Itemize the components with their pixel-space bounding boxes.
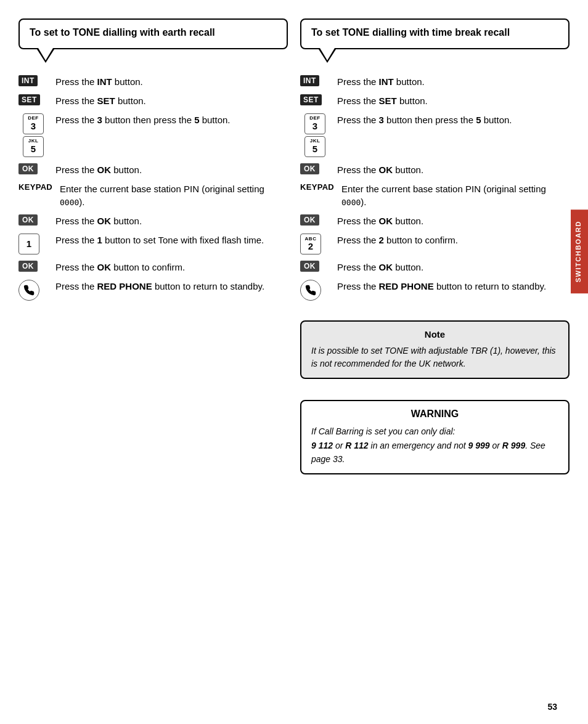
right-step-1: INT Press the INT button. xyxy=(300,75,570,88)
left-step-4-text: Press the OK button. xyxy=(55,163,288,176)
right-step-4-text: Press the OK button. xyxy=(337,163,570,176)
keypad-right: KEYPAD xyxy=(300,182,334,192)
right-step-7: ABC 2 Press the 2 button to confirm. xyxy=(300,234,570,254)
warning-text: If Call Barring is set you can only dial… xyxy=(311,425,558,466)
left-step-3-text: Press the 3 button then press the 5 butt… xyxy=(55,113,288,126)
right-steps: INT Press the INT button. SET Press the … xyxy=(300,75,570,301)
left-step-6-text: Press the OK button. xyxy=(55,214,288,227)
right-step-5-text: Enter the current base station PIN (orig… xyxy=(341,182,570,208)
ok-icon-right-1: OK xyxy=(300,163,330,174)
ok-icon-left-3: OK xyxy=(18,261,48,272)
right-step-3: DEF 3 JKL 5 Press the 3 button then pres… xyxy=(300,113,570,157)
warning-box: WARNING If Call Barring is set you can o… xyxy=(300,400,570,474)
left-step-1: INT Press the INT button. xyxy=(18,75,288,88)
red-phone-svg-right xyxy=(305,285,316,296)
right-step-9: Press the RED PHONE button to return to … xyxy=(300,280,570,301)
right-step-8: OK Press the OK button. xyxy=(300,261,570,274)
left-callout: To set to TONE dialling with earth recal… xyxy=(18,18,288,49)
left-step-8-text: Press the OK button to confirm. xyxy=(55,261,288,274)
left-step-6: OK Press the OK button. xyxy=(18,214,288,227)
note-text: It is possible to set TONE with adjustab… xyxy=(311,344,558,370)
left-step-4: OK Press the OK button. xyxy=(18,163,288,176)
left-step-2-text: Press the SET button. xyxy=(55,94,288,107)
left-step-1-text: Press the INT button. xyxy=(55,75,288,88)
right-title-box: To set TONE dialling with time break rec… xyxy=(300,18,570,49)
right-step-8-text: Press the OK button. xyxy=(337,261,570,274)
note-box: Note It is possible to set TONE with adj… xyxy=(300,320,570,379)
right-step-2-text: Press the SET button. xyxy=(337,94,570,107)
set-icon-right: SET xyxy=(300,94,330,105)
left-step-5: KEYPAD Enter the current base station PI… xyxy=(18,182,288,208)
ok-icon-right-2: OK xyxy=(300,214,330,226)
sidebar-tab: SWITCHBOARD xyxy=(571,209,588,293)
left-title: To set to TONE dialling with earth recal… xyxy=(30,27,277,38)
key2-right: ABC 2 xyxy=(300,234,330,254)
right-step-1-text: Press the INT button. xyxy=(337,75,570,88)
right-step-2: SET Press the SET button. xyxy=(300,94,570,107)
left-step-9: Press the RED PHONE button to return to … xyxy=(18,280,288,301)
left-step-7: 1 Press the 1 button to set Tone with fi… xyxy=(18,234,288,254)
right-bottom-boxes: Note It is possible to set TONE with adj… xyxy=(300,306,570,486)
key1-left: 1 xyxy=(18,234,48,254)
left-step-3: DEF 3 JKL 5 Press the 3 button then pres… xyxy=(18,113,288,157)
right-step-4: OK Press the OK button. xyxy=(300,163,570,176)
right-step-9-text: Press the RED PHONE button to return to … xyxy=(337,280,570,293)
ok-icon-left-2: OK xyxy=(18,214,48,226)
red-phone-svg-left xyxy=(23,285,35,296)
page: To set to TONE dialling with earth recal… xyxy=(0,0,588,724)
warning-title: WARNING xyxy=(311,409,558,420)
phone-icon-left xyxy=(18,280,48,301)
left-steps: INT Press the INT button. SET Press the … xyxy=(18,75,288,301)
right-step-3-text: Press the 3 button then press the 5 butt… xyxy=(337,113,570,126)
set-icon-left: SET xyxy=(18,94,48,105)
left-step-8: OK Press the OK button to confirm. xyxy=(18,261,288,274)
left-step-5-text: Enter the current base station PIN (orig… xyxy=(60,182,288,208)
right-step-6: OK Press the OK button. xyxy=(300,214,570,227)
int-icon-left: INT xyxy=(18,75,48,86)
page-number: 53 xyxy=(547,702,557,712)
int-icon-right: INT xyxy=(300,75,330,86)
key35-right: DEF 3 JKL 5 xyxy=(300,113,330,157)
ok-icon-left-1: OK xyxy=(18,163,48,174)
right-title: To set TONE dialling with time break rec… xyxy=(311,27,558,38)
right-callout-arrow xyxy=(319,49,336,63)
note-title: Note xyxy=(311,329,558,340)
ok-icon-right-3: OK xyxy=(300,261,330,272)
right-column: To set TONE dialling with time break rec… xyxy=(300,18,570,706)
left-step-7-text: Press the 1 button to set Tone with fixe… xyxy=(55,234,288,246)
left-column: To set to TONE dialling with earth recal… xyxy=(18,18,288,706)
left-callout-arrow xyxy=(37,49,54,63)
right-callout: To set TONE dialling with time break rec… xyxy=(300,18,570,49)
right-step-6-text: Press the OK button. xyxy=(337,214,570,227)
left-title-box: To set to TONE dialling with earth recal… xyxy=(18,18,288,49)
left-step-2: SET Press the SET button. xyxy=(18,94,288,107)
right-step-5: KEYPAD Enter the current base station PI… xyxy=(300,182,570,208)
left-step-9-text: Press the RED PHONE button to return to … xyxy=(55,280,288,293)
key35-left: DEF 3 JKL 5 xyxy=(18,113,48,157)
phone-icon-right xyxy=(300,280,330,301)
right-step-7-text: Press the 2 button to confirm. xyxy=(337,234,570,246)
keypad-left: KEYPAD xyxy=(18,182,52,192)
